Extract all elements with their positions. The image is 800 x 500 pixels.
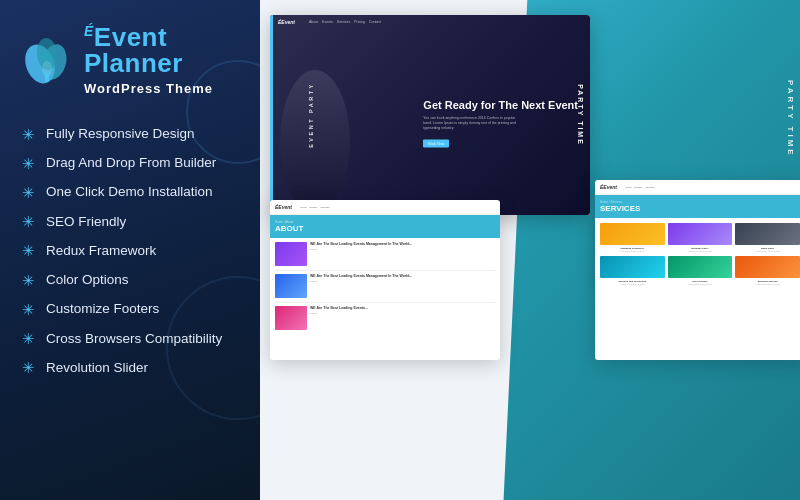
hero-nav-events: Events xyxy=(322,20,333,24)
services-nav-link: About xyxy=(625,186,632,189)
feature-item: ✳ Cross Browsers Compatibility xyxy=(20,330,240,348)
screens-container: ÉEvent About Events Services Pricing Con… xyxy=(260,0,800,500)
service-card: Birthday Party Lorem ipsum dolor sit ame… xyxy=(668,223,733,253)
logo-text-block: ÉEvent Planner WordPress Theme xyxy=(84,24,213,97)
service-card: Night Party Lorem ipsum dolor sit amet xyxy=(735,223,800,253)
hero-nav: ÉEvent About Events Services Pricing Con… xyxy=(270,19,590,25)
article-title: WE Are The Best Leading Events Managemen… xyxy=(310,274,412,279)
right-panel: ÉEvent About Events Services Pricing Con… xyxy=(260,0,800,500)
asterisk-icon: ✳ xyxy=(20,184,36,200)
article-item: WE Are The Best Leading Events Managemen… xyxy=(275,242,495,271)
article-text: WE Are The Best Leading Events... Events xyxy=(310,306,368,330)
service-desc: Lorem ipsum dolor sit amet xyxy=(668,250,733,253)
services-page-title: SERVICES xyxy=(600,204,800,213)
feature-text: Customize Footers xyxy=(46,300,159,318)
service-desc: Lorem ipsum dolor sit amet xyxy=(600,250,665,253)
hero-person-silhouette xyxy=(280,70,350,215)
logo-subtitle: WordPress Theme xyxy=(84,81,213,96)
article-image xyxy=(275,242,307,266)
service-image xyxy=(600,256,665,278)
article-title: WE Are The Best Leading Events... xyxy=(310,306,368,311)
asterisk-icon: ✳ xyxy=(20,331,36,347)
screen-hero: ÉEvent About Events Services Pricing Con… xyxy=(270,15,590,215)
article-image xyxy=(275,274,307,298)
hero-title: Get Ready for The Next Event xyxy=(423,98,578,112)
asterisk-icon: ✳ xyxy=(20,360,36,376)
article-item: WE Are The Best Leading Events Managemen… xyxy=(275,274,495,303)
screen-services: ÉEvent About Events Services Home / Serv… xyxy=(595,180,800,360)
asterisk-icon: ✳ xyxy=(20,301,36,317)
asterisk-icon: ✳ xyxy=(20,243,36,259)
about-nav-link: Events xyxy=(310,206,318,209)
feature-item: ✳ One Click Demo Installation xyxy=(20,183,240,201)
party-time-label: PARTY TIME xyxy=(786,80,795,158)
feature-text: Revolution Slider xyxy=(46,359,148,377)
service-image xyxy=(600,223,665,245)
asterisk-icon: ✳ xyxy=(20,155,36,171)
feature-item: ✳ Revolution Slider xyxy=(20,359,240,377)
service-desc: Lorem ipsum dolor sit amet xyxy=(735,250,800,253)
left-panel: ÉEvent Planner WordPress Theme ✳ Fully R… xyxy=(0,0,260,500)
hero-nav-pricing: Pricing xyxy=(354,20,365,24)
service-card: Seminar and Workshop Lorem ipsum dolor s… xyxy=(600,256,665,286)
feature-item: ✳ Fully Responsive Design xyxy=(20,125,240,143)
service-card: Party Events Lorem ipsum dolor sit amet xyxy=(668,256,733,286)
logo-area: ÉEvent Planner WordPress Theme xyxy=(20,24,240,97)
feature-item: ✳ Customize Footers xyxy=(20,300,240,318)
screen-about: ÉEvent About Events Services Home / Abou… xyxy=(270,200,500,360)
feature-text: One Click Demo Installation xyxy=(46,183,213,201)
feature-text: Fully Responsive Design xyxy=(46,125,195,143)
feature-text: SEO Friendly xyxy=(46,213,126,231)
hero-nav-about: About xyxy=(309,20,318,24)
services-grid: Wedding Ceremony Lorem ipsum dolor sit a… xyxy=(595,218,800,291)
feature-item: ✳ SEO Friendly xyxy=(20,213,240,231)
hero-nav-contact: Contact xyxy=(369,20,381,24)
logo-icon xyxy=(20,34,74,88)
svg-rect-4 xyxy=(45,72,49,82)
hero-accent-bar xyxy=(270,15,273,215)
about-articles: WE Are The Best Leading Events Managemen… xyxy=(270,238,500,334)
hero-content: Get Ready for The Next Event You can boo… xyxy=(423,98,578,149)
service-desc: Lorem ipsum dolor sit amet xyxy=(600,283,665,286)
hero-description: You can book anything conference 2016 Co… xyxy=(423,116,523,131)
service-image xyxy=(735,256,800,278)
services-logo: ÉEvent xyxy=(600,184,617,190)
asterisk-icon: ✳ xyxy=(20,272,36,288)
article-meta: Events xyxy=(310,248,412,251)
asterisk-icon: ✳ xyxy=(20,214,36,230)
service-image xyxy=(735,223,800,245)
feature-text: Cross Browsers Compatibility xyxy=(46,330,222,348)
article-image xyxy=(275,306,307,330)
feature-text: Redux Framework xyxy=(46,242,156,260)
hero-nav-links: About Events Services Pricing Contact xyxy=(309,20,381,24)
service-image xyxy=(668,223,733,245)
about-nav-link: Services xyxy=(320,206,330,209)
service-card: Wedding Ceremony Lorem ipsum dolor sit a… xyxy=(600,223,665,253)
about-header-bar: Home / About ABOUT xyxy=(270,215,500,238)
feature-item: ✳ Redux Framework xyxy=(20,242,240,260)
hero-section: ÉEvent About Events Services Pricing Con… xyxy=(270,15,590,215)
services-nav-link: Events xyxy=(635,186,643,189)
services-header-bar: Home / Services SERVICES xyxy=(595,195,800,218)
about-nav-link: About xyxy=(300,206,307,209)
services-nav-link: Services xyxy=(645,186,655,189)
service-image xyxy=(668,256,733,278)
article-text: WE Are The Best Leading Events Managemen… xyxy=(310,274,412,298)
feature-text: Drag And Drop From Builder xyxy=(46,154,216,172)
feature-text: Color Options xyxy=(46,271,129,289)
feature-item: ✳ Drag And Drop From Builder xyxy=(20,154,240,172)
about-page-logo: ÉEvent xyxy=(275,204,292,210)
about-page-title: ABOUT xyxy=(275,224,495,233)
features-list: ✳ Fully Responsive Design ✳ Drag And Dro… xyxy=(20,125,240,377)
article-text: WE Are The Best Leading Events Managemen… xyxy=(310,242,412,266)
feature-item: ✳ Color Options xyxy=(20,271,240,289)
hero-logo: ÉEvent xyxy=(278,19,295,25)
article-title: WE Are The Best Leading Events Managemen… xyxy=(310,242,412,247)
asterisk-icon: ✳ xyxy=(20,126,36,142)
hero-button[interactable]: Book Now xyxy=(423,139,449,147)
hero-vertical-label: EVENT PARTY xyxy=(308,82,314,148)
services-nav: ÉEvent About Events Services xyxy=(595,180,800,195)
article-item: WE Are The Best Leading Events... Events xyxy=(275,306,495,330)
service-card: Business Events Lorem ipsum dolor sit am… xyxy=(735,256,800,286)
service-desc: Lorem ipsum dolor sit amet xyxy=(668,283,733,286)
